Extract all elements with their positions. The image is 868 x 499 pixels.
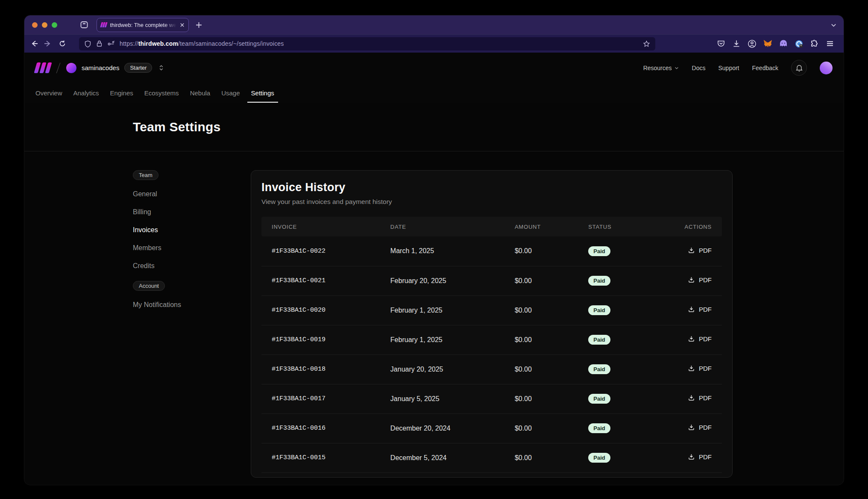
invoice-status-cell: Paid [588, 413, 666, 443]
table-row: #1F33BA1C-0016December 20, 2024$0.00Paid… [261, 413, 722, 443]
permissions-icon[interactable] [107, 40, 115, 47]
header-link-docs[interactable]: Docs [692, 65, 706, 71]
download-pdf-button[interactable]: PDF [688, 394, 712, 402]
invoice-amount: $0.00 [515, 325, 588, 354]
forward-icon[interactable] [43, 39, 52, 48]
download-icon [688, 394, 695, 402]
extensions-puzzle-icon[interactable] [810, 39, 819, 48]
privacy-extension-icon[interactable] [795, 39, 803, 48]
download-pdf-button[interactable]: PDF [688, 276, 712, 283]
tab-engines[interactable]: Engines [105, 83, 139, 103]
tab-usage[interactable]: Usage [216, 83, 245, 103]
download-pdf-button[interactable]: PDF [688, 453, 712, 461]
card-subtitle: View your past invoices and payment hist… [261, 198, 722, 206]
header-link-support[interactable]: Support [718, 65, 739, 71]
sidebar-item-invoices[interactable]: Invoices [133, 221, 251, 239]
download-pdf-button[interactable]: PDF [688, 247, 712, 254]
metamask-extension-icon[interactable] [763, 39, 772, 48]
dashboard-nav: OverviewAnalyticsEnginesEcosystemsNebula… [24, 83, 844, 103]
table-row: #1F33BA1C-0021February 20, 2025$0.00Paid… [261, 266, 722, 295]
status-badge: Paid [588, 423, 610, 433]
browser-window: thirdweb: The complete web3 d [24, 15, 844, 485]
page-title: Team Settings [133, 120, 220, 134]
tab-ecosystems[interactable]: Ecosystems [139, 83, 185, 103]
status-badge: Paid [588, 335, 610, 345]
tab-settings[interactable]: Settings [246, 83, 280, 103]
tab-nebula[interactable]: Nebula [185, 83, 216, 103]
thirdweb-logo-icon[interactable] [35, 62, 50, 73]
download-icon [688, 335, 695, 343]
sidebar-item-credits[interactable]: Credits [133, 257, 251, 275]
tab-close-icon[interactable] [180, 23, 185, 27]
phantom-extension-icon[interactable] [779, 39, 788, 48]
header-link-feedback[interactable]: Feedback [752, 65, 778, 71]
user-avatar[interactable] [820, 62, 833, 74]
invoice-number: #1F33BA1C-0022 [261, 236, 390, 266]
column-header-date: Date [390, 217, 515, 236]
invoice-status-cell: Paid [588, 443, 666, 472]
download-pdf-button[interactable]: PDF [688, 335, 712, 343]
sidebar-group-badge-account: Account [133, 281, 165, 291]
download-icon [688, 276, 695, 283]
invoice-status-cell: Paid [588, 266, 666, 295]
card-title: Invoice History [261, 181, 722, 194]
account-icon[interactable] [748, 39, 757, 48]
invoice-status-cell: Paid [588, 354, 666, 384]
breadcrumb-separator [56, 62, 61, 73]
bookmark-star-icon[interactable] [643, 40, 650, 47]
url-text[interactable]: https://thirdweb.com/team/saminacodes/~/… [120, 40, 284, 47]
maximize-window-button[interactable] [52, 22, 57, 28]
invoice-number: #1F33BA1C-0020 [261, 295, 390, 325]
notifications-bell-button[interactable] [791, 60, 807, 76]
close-window-button[interactable] [32, 22, 38, 28]
page-title-band: Team Settings [24, 103, 844, 151]
sidebar-item-members[interactable]: Members [133, 239, 251, 257]
firefox-view-icon[interactable] [79, 20, 89, 30]
team-name[interactable]: saminacodes [82, 64, 119, 71]
sidebar-item-billing[interactable]: Billing [133, 203, 251, 221]
invoice-amount: $0.00 [515, 413, 588, 443]
reload-icon[interactable] [59, 40, 66, 47]
tab-overview[interactable]: Overview [30, 83, 68, 103]
invoice-amount: $0.00 [515, 443, 588, 472]
new-tab-button[interactable] [196, 22, 202, 28]
table-row: #1F33BA1C-0020February 1, 2025$0.00Paid … [261, 295, 722, 325]
browser-tab[interactable]: thirdweb: The complete web3 d [97, 18, 189, 32]
invoice-date: January 20, 2025 [390, 354, 515, 384]
invoice-history-card: Invoice History View your past invoices … [251, 170, 733, 478]
connection-lock-icon[interactable] [96, 40, 103, 47]
list-all-tabs-icon[interactable] [830, 22, 837, 28]
download-pdf-button[interactable]: PDF [688, 424, 712, 431]
status-badge: Paid [588, 305, 610, 315]
chevron-down-icon [674, 65, 679, 71]
back-icon[interactable] [30, 39, 39, 48]
menu-hamburger-icon[interactable] [826, 39, 834, 48]
pocket-icon[interactable] [717, 39, 725, 48]
download-pdf-button[interactable]: PDF [688, 365, 712, 372]
sidebar-item-general[interactable]: General [133, 185, 251, 203]
download-icon [688, 365, 695, 372]
plan-badge: Starter [124, 63, 152, 73]
browser-tab-strip: thirdweb: The complete web3 d [24, 15, 844, 34]
table-row: #1F33BA1C-0019February 1, 2025$0.00Paid … [261, 325, 722, 354]
pdf-label: PDF [699, 247, 712, 254]
download-icon [688, 306, 695, 313]
team-switcher-icon[interactable] [158, 65, 164, 71]
url-bar[interactable]: https://thirdweb.com/team/saminacodes/~/… [79, 37, 655, 50]
tracking-protection-shield-icon[interactable] [84, 40, 91, 47]
minimize-window-button[interactable] [42, 22, 47, 28]
invoice-date: December 5, 2024 [390, 443, 515, 472]
site-header: saminacodes Starter ResourcesDocsSupport… [24, 53, 844, 83]
tab-analytics[interactable]: Analytics [68, 83, 105, 103]
invoice-number: #1F33BA1C-0015 [261, 443, 390, 472]
status-badge: Paid [588, 246, 610, 256]
header-link-resources[interactable]: Resources [643, 65, 679, 71]
toolbar-extensions [717, 39, 838, 48]
team-avatar[interactable] [66, 63, 76, 73]
downloads-icon[interactable] [732, 39, 741, 48]
download-icon [688, 453, 695, 461]
browser-toolbar: https://thirdweb.com/team/saminacodes/~/… [24, 34, 844, 53]
sidebar-item-my-notifications[interactable]: My Notifications [133, 296, 251, 314]
column-header-actions: Actions [667, 217, 722, 236]
download-pdf-button[interactable]: PDF [688, 306, 712, 313]
